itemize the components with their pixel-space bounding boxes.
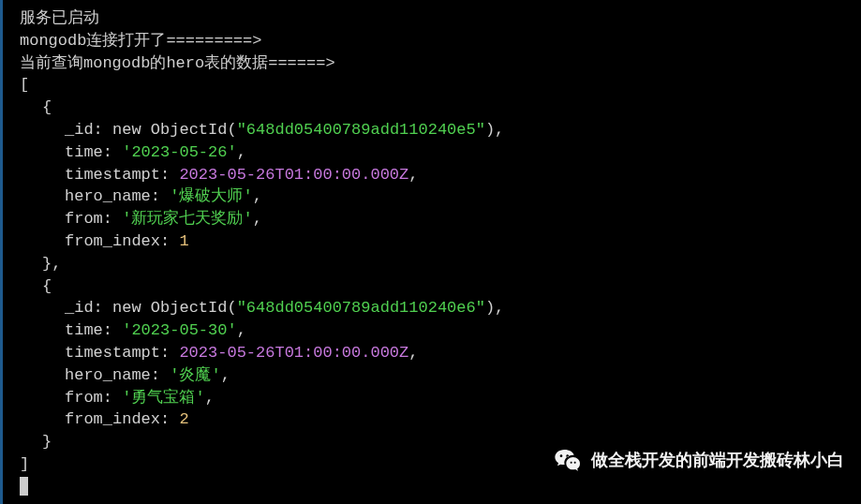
value: '炎魔' xyxy=(160,366,221,384)
text: 连接打开了=========> xyxy=(86,32,261,50)
wechat-icon xyxy=(554,446,584,476)
brace: { xyxy=(7,275,861,298)
field-hero-name: hero_name: '炎魔', xyxy=(7,364,861,387)
value: 2 xyxy=(170,410,188,428)
text: ======> xyxy=(268,54,334,72)
brace: }, xyxy=(7,253,861,275)
fn: ObjectId( xyxy=(141,121,237,139)
text: mongodb xyxy=(20,32,86,50)
log-line: 服务已启动 xyxy=(7,7,861,30)
fn: ObjectId( xyxy=(141,299,237,317)
field-timestamp: timestampt: 2023-05-26T01:00:00.000Z, xyxy=(7,342,861,364)
field-from: from: '勇气宝箱', xyxy=(7,387,861,409)
watermark: 做全栈开发的前端开发搬砖林小白 xyxy=(554,446,844,476)
field-from: from: '新玩家七天奖励', xyxy=(7,208,861,230)
value: "648dd05400789add110240e6" xyxy=(237,299,485,317)
punct: , xyxy=(205,389,215,407)
punct: , xyxy=(253,187,262,205)
key: timestampt: xyxy=(65,344,170,362)
punct: , xyxy=(237,143,246,161)
log-line: 当前查询mongodb的hero表的数据======> xyxy=(7,52,861,75)
punct: ), xyxy=(485,299,504,317)
value: '新玩家七天奖励' xyxy=(112,210,253,228)
punct: ), xyxy=(485,121,504,139)
key: hero_name: xyxy=(65,366,160,384)
punct: , xyxy=(408,166,418,184)
key: hero_name: xyxy=(65,187,160,205)
cursor xyxy=(20,477,28,496)
text: 当前查询mongodb的hero表的数据 xyxy=(20,54,268,72)
field-id: _id: new ObjectId("648dd05400789add11024… xyxy=(7,119,861,141)
key: time: xyxy=(65,321,112,339)
watermark-text: 做全栈开发的前端开发搬砖林小白 xyxy=(591,449,844,472)
log-line: mongodb连接打开了=========> xyxy=(7,30,861,52)
key: timestampt: xyxy=(65,166,170,184)
bracket: [ xyxy=(7,74,861,96)
value: 2023-05-26T01:00:00.000Z xyxy=(170,344,408,362)
field-timestamp: timestampt: 2023-05-26T01:00:00.000Z, xyxy=(7,164,861,186)
key: time: xyxy=(65,143,112,161)
field-from-index: from_index: 1 xyxy=(7,230,861,253)
punct: , xyxy=(221,366,230,384)
cursor-line[interactable] xyxy=(7,476,861,498)
keyword: new xyxy=(103,299,141,317)
value: 2023-05-26T01:00:00.000Z xyxy=(170,166,408,184)
field-time: time: '2023-05-26', xyxy=(7,141,861,164)
field-time: time: '2023-05-30', xyxy=(7,319,861,342)
punct: , xyxy=(408,344,418,362)
brace: { xyxy=(7,96,861,119)
value: '2023-05-26' xyxy=(112,143,237,161)
value: '爆破大师' xyxy=(160,187,253,205)
value: 1 xyxy=(170,232,188,250)
key: _id: xyxy=(65,299,103,317)
punct: , xyxy=(253,210,262,228)
field-from-index: from_index: 2 xyxy=(7,408,861,431)
value: '2023-05-30' xyxy=(112,321,237,339)
field-id: _id: new ObjectId("648dd05400789add11024… xyxy=(7,297,861,319)
key: from: xyxy=(65,210,112,228)
punct: , xyxy=(237,321,246,339)
value: "648dd05400789add110240e5" xyxy=(237,121,485,139)
value: '勇气宝箱' xyxy=(112,389,205,407)
key: from_index: xyxy=(65,232,170,250)
key: from_index: xyxy=(65,410,170,428)
key: _id: xyxy=(65,121,103,139)
field-hero-name: hero_name: '爆破大师', xyxy=(7,185,861,208)
keyword: new xyxy=(103,121,141,139)
terminal-output: 服务已启动 mongodb连接打开了=========> 当前查询mongodb… xyxy=(0,0,861,504)
key: from: xyxy=(65,389,112,407)
